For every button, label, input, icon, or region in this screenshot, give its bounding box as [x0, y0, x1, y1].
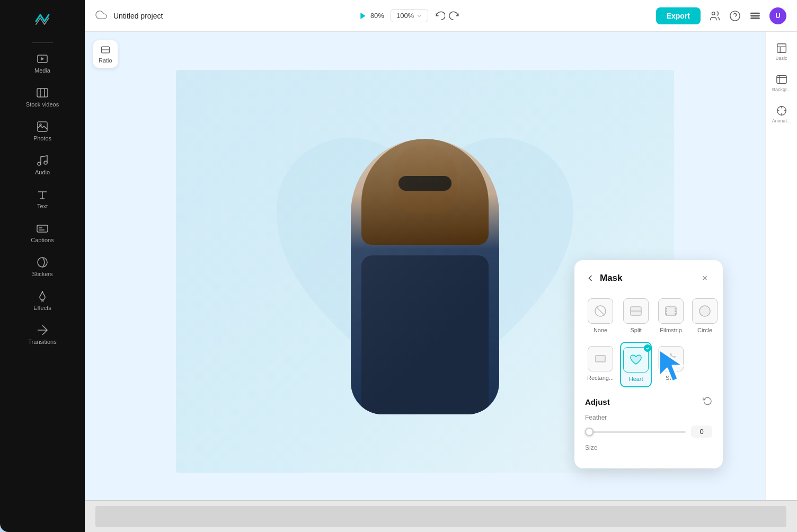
mask-split-label: Split	[630, 327, 641, 333]
preview-btn[interactable]: 80%	[359, 12, 384, 20]
sidebar-item-photos[interactable]: Photos	[11, 115, 74, 147]
svg-rect-32	[666, 311, 667, 312]
effects-icon	[36, 290, 49, 303]
right-panel: Basic Backgr... Animat...	[765, 32, 797, 500]
mask-item-rectangle[interactable]: Rectang...	[585, 342, 616, 387]
mask-item-star[interactable]: Star	[656, 342, 686, 387]
svg-point-18	[712, 12, 715, 15]
feather-value: 0	[691, 425, 712, 438]
mask-panel-title: Mask	[600, 273, 623, 283]
svg-rect-38	[596, 356, 605, 362]
svg-rect-34	[675, 308, 676, 309]
topbar-right: Export	[656, 7, 786, 24]
svg-rect-35	[675, 311, 676, 312]
help-icon[interactable]	[729, 10, 741, 22]
adjust-reset-button[interactable]	[703, 396, 712, 407]
svg-line-27	[596, 307, 605, 315]
mask-panel-title-row: Mask	[585, 273, 623, 283]
timeline-area[interactable]	[95, 506, 786, 527]
sidebar-item-stickers[interactable]: Stickers	[11, 251, 74, 282]
sidebar-item-stock-videos[interactable]: Stock videos	[11, 81, 74, 113]
heart-clipped-photo	[308, 118, 542, 425]
sidebar-item-audio[interactable]: Audio	[11, 149, 74, 181]
svg-point-19	[730, 11, 740, 20]
mask-item-split[interactable]: Split	[620, 294, 652, 338]
mask-back-button[interactable]	[585, 273, 596, 283]
canvas-area: Ratio	[85, 32, 765, 500]
mask-split-icon	[623, 298, 649, 324]
main-area: Untitled project 80% 100%	[85, 0, 797, 532]
mask-rectangle-label: Rectang...	[587, 375, 614, 381]
redo-btn[interactable]	[449, 10, 460, 22]
adjust-title: Adjust	[585, 397, 610, 406]
sidebar-item-photos-label: Photos	[33, 135, 51, 141]
mask-item-circle[interactable]: Circle	[690, 294, 720, 338]
mask-heart-icon	[623, 347, 649, 373]
ratio-button[interactable]: Ratio	[93, 40, 118, 68]
project-title: Untitled project	[113, 12, 163, 20]
sidebar-item-effects[interactable]: Effects	[11, 285, 74, 316]
mask-filmstrip-icon	[658, 298, 684, 324]
sidebar-item-media[interactable]: Media	[11, 47, 74, 79]
user-avatar[interactable]: U	[769, 7, 786, 24]
zoom-selector[interactable]: 100%	[391, 9, 428, 22]
mask-star-icon	[658, 346, 684, 371]
stickers-icon	[36, 256, 49, 269]
svg-point-8	[44, 161, 47, 164]
right-panel-background[interactable]: Backgr...	[768, 69, 795, 96]
mask-item-filmstrip[interactable]: Filmstrip	[656, 294, 686, 338]
right-panel-bg-label: Backgr...	[772, 87, 791, 92]
adjust-section: Adjust Feather	[585, 396, 712, 451]
sidebar-item-audio-label: Audio	[35, 169, 50, 175]
svg-rect-21	[751, 13, 760, 13]
menu-icon[interactable]	[749, 10, 761, 22]
right-panel-basic[interactable]: Basic	[768, 38, 795, 65]
svg-point-15	[38, 258, 47, 267]
hair	[361, 139, 489, 245]
sidebar-item-stickers-label: Stickers	[32, 271, 52, 277]
text-icon	[36, 188, 49, 201]
svg-rect-40	[777, 44, 786, 53]
mask-heart-label: Heart	[629, 376, 643, 382]
undo-btn[interactable]	[435, 10, 445, 22]
export-button[interactable]: Export	[656, 7, 701, 24]
sidebar-item-captions[interactable]: Captions	[11, 217, 74, 249]
feather-slider-row: 0	[585, 425, 712, 438]
feather-slider-track[interactable]	[585, 431, 686, 433]
cloud-icon[interactable]	[95, 9, 107, 23]
mask-item-heart[interactable]: Heart	[620, 342, 652, 387]
sidebar-item-transitions-label: Transitions	[28, 339, 56, 345]
feather-row: Feather 0	[585, 414, 712, 438]
adjust-header: Adjust	[585, 396, 712, 407]
sidebar-item-media-label: Media	[34, 67, 50, 74]
mask-panel-close-button[interactable]: ×	[697, 271, 712, 286]
sidebar-item-captions-label: Captions	[31, 237, 54, 243]
sidebar: Media Stock videos Photos Audio	[0, 0, 85, 532]
sidebar-item-text[interactable]: Text	[11, 183, 74, 215]
mask-filmstrip-label: Filmstrip	[660, 327, 682, 333]
feather-slider-thumb[interactable]	[585, 428, 594, 436]
topbar-center: 80% 100%	[359, 9, 460, 22]
preview-percent: 80%	[370, 12, 384, 20]
app-logo[interactable]	[30, 8, 55, 34]
transitions-icon	[36, 324, 49, 336]
mask-none-label: None	[594, 327, 607, 333]
size-label: Size	[585, 444, 712, 451]
right-panel-animate[interactable]: Animat...	[768, 101, 795, 128]
svg-rect-22	[751, 15, 760, 16]
collaborators-icon[interactable]	[709, 10, 721, 22]
stock-icon	[36, 86, 49, 99]
photos-icon	[36, 120, 49, 133]
undo-redo	[435, 10, 460, 22]
ratio-label: Ratio	[99, 57, 112, 64]
person-figure	[351, 139, 499, 414]
mask-rectangle-icon	[588, 346, 613, 371]
svg-point-37	[699, 306, 710, 316]
svg-rect-33	[666, 313, 667, 315]
shirt	[361, 255, 489, 414]
sidebar-item-effects-label: Effects	[33, 305, 51, 311]
topbar: Untitled project 80% 100%	[85, 0, 797, 32]
sidebar-item-transitions[interactable]: Transitions	[11, 318, 74, 350]
captions-icon	[36, 222, 49, 235]
mask-item-none[interactable]: None	[585, 294, 616, 338]
